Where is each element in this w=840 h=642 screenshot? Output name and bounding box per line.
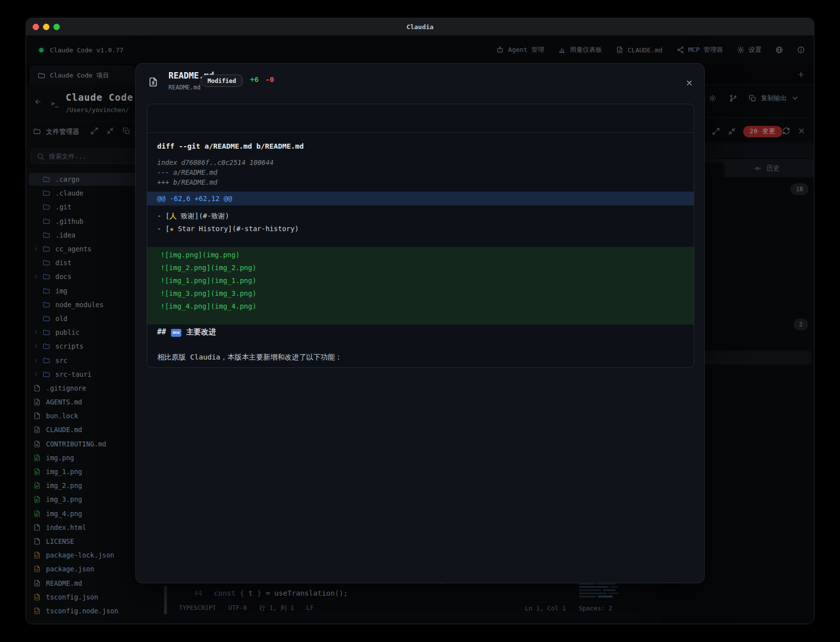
titlebar: Claudia <box>26 18 814 36</box>
diff-meta-line: --- a/README.md <box>157 168 217 176</box>
new-emoji: NEW <box>171 329 181 337</box>
diff-added-line: ![img_2.png](img_2.png) <box>161 264 256 272</box>
diff-meta-line: index d76086f..c0c2514 100644 <box>157 159 274 166</box>
diff-card: diff --git a/README.md b/README.md index… <box>147 104 694 368</box>
file-diff-icon <box>146 73 161 91</box>
markdown-heading: ## NEW 主要改进 <box>157 327 216 337</box>
diff-added-line: ![img_3.png](img_3.png) <box>161 289 256 297</box>
markdown-paragraph: 相比原版 Claudia，本版本主要新增和改进了以下功能： <box>157 353 342 362</box>
divider <box>147 132 694 133</box>
deletions-count: -0 <box>265 76 274 83</box>
modal-close-button[interactable] <box>683 77 695 89</box>
diff-meta-line: +++ b/README.md <box>157 178 217 186</box>
diff-context-line: - [★ Star History](#-star-history) <box>157 225 299 233</box>
additions-count: +6 <box>250 76 258 83</box>
folded-hands-emoji: 人 <box>169 212 176 220</box>
divider <box>241 75 242 86</box>
diff-added-line: ![img_1.png](img_1.png) <box>161 277 256 284</box>
hunk-header: @@ -62,6 +62,12 @@ <box>147 192 694 205</box>
diff-context-line: - [人 致谢](#-致谢) <box>157 212 229 221</box>
close-icon <box>685 79 693 87</box>
modified-badge: Modified <box>201 75 243 87</box>
star-emoji: ★ <box>169 225 173 233</box>
app-window: Claudia Claude Code v1.0.77 Agent 管理用量仪表… <box>26 18 814 624</box>
diff-header: diff --git a/README.md b/README.md <box>157 142 304 150</box>
modal-subtitle: README.md <box>168 84 201 91</box>
window-title: Claudia <box>26 18 814 36</box>
diff-added-line: ![img.png](img.png) <box>161 251 240 259</box>
diff-added-line: ![img_4.png](img_4.png) <box>161 302 256 310</box>
diff-modal: README.md README.md Modified +6 -0 diff … <box>135 63 705 583</box>
